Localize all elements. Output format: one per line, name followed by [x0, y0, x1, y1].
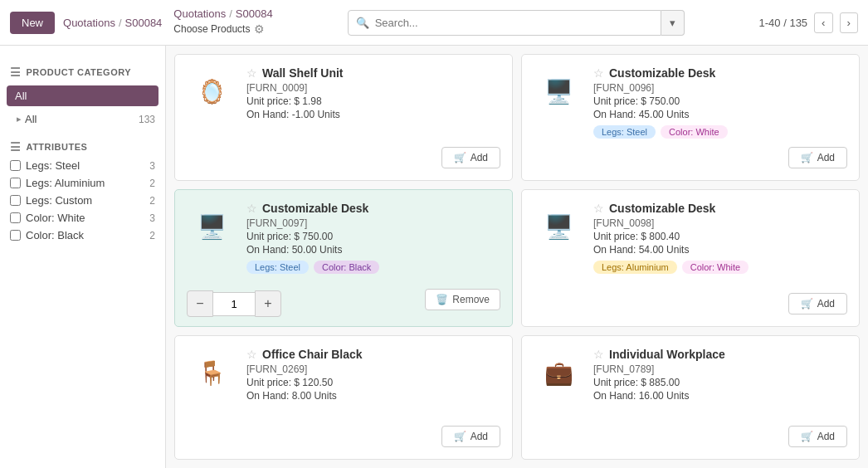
sidebar-item-all[interactable]: ▸ All 133: [0, 110, 165, 129]
add-button[interactable]: 🛒 Add: [441, 147, 500, 168]
star-icon[interactable]: ☆: [593, 202, 604, 215]
breadcrumb-row: Quotations / S00084: [173, 7, 272, 22]
attributes-list: Legs: Steel 3 Legs: Aluminium 2 Legs: Cu…: [0, 157, 165, 244]
product-info: ☆ Wall Shelf Unit [FURN_0009] Unit price…: [246, 66, 500, 125]
sidebar: ☰ PRODUCT CATEGORY All ▸ All 133 ☰ ATTRI…: [0, 46, 166, 468]
attr-checkbox-label[interactable]: Legs: Aluminium: [10, 177, 105, 189]
star-icon[interactable]: ☆: [246, 202, 257, 215]
attr-checkbox-label[interactable]: Color: Black: [10, 229, 84, 241]
star-icon[interactable]: ☆: [593, 348, 604, 361]
product-card: 🖥️ ☆ Customizable Desk [FURN_0097] Unit …: [174, 189, 513, 327]
add-label: Add: [471, 152, 488, 163]
product-tag: Legs: Steel: [593, 125, 656, 139]
attr-count: 2: [149, 178, 155, 189]
gear-icon[interactable]: ⚙: [254, 22, 265, 37]
attr-label: Legs: Steel: [26, 159, 80, 172]
qty-plus-button[interactable]: +: [255, 290, 281, 317]
products-grid: 🪞 ☆ Wall Shelf Unit [FURN_0009] Unit pri…: [166, 46, 868, 468]
sidebar-all-count: 133: [139, 114, 155, 125]
product-price: Unit price: $ 750.00: [246, 231, 500, 242]
product-card: 🪞 ☆ Wall Shelf Unit [FURN_0009] Unit pri…: [174, 54, 513, 181]
product-card: 🖥️ ☆ Customizable Desk [FURN_0098] Unit …: [521, 189, 860, 327]
pagination-text: 1-40 / 135: [759, 17, 808, 29]
cart-icon: 🛒: [801, 298, 813, 310]
card-footer: 🛒 Add: [534, 285, 847, 314]
breadcrumb-sub: Choose Products: [173, 23, 250, 37]
attr-count: 3: [149, 160, 155, 172]
attr-checkbox[interactable]: [10, 212, 21, 223]
breadcrumb-quotations-link[interactable]: Quotations: [173, 7, 226, 22]
product-price: Unit price: $ 1.98: [246, 95, 500, 107]
product-card-inner: 🖥️ ☆ Customizable Desk [FURN_0096] Unit …: [534, 66, 847, 139]
add-button[interactable]: 🛒 Add: [441, 426, 500, 447]
remove-button[interactable]: 🗑️ Remove: [425, 289, 500, 310]
search-container: 🔍 ▾: [348, 10, 685, 36]
add-button[interactable]: 🛒 Add: [788, 147, 847, 168]
breadcrumb-order-link[interactable]: S00084: [236, 7, 273, 22]
product-onhand: On Hand: 54.00 Units: [593, 244, 847, 256]
attr-checkbox-label[interactable]: Color: White: [10, 212, 85, 224]
qty-input[interactable]: [213, 292, 255, 316]
product-tag: Legs: Aluminium: [593, 261, 677, 274]
product-name-row: ☆ Office Chair Black: [246, 348, 500, 361]
product-price: Unit price: $ 120.50: [246, 377, 500, 388]
star-icon[interactable]: ☆: [246, 66, 257, 80]
breadcrumb-order[interactable]: S00084: [125, 17, 163, 29]
card-footer: 🛒 Add: [534, 417, 847, 447]
star-icon[interactable]: ☆: [593, 66, 604, 80]
product-code: [FURN_0098]: [593, 217, 847, 229]
attr-label: Legs: Aluminium: [26, 177, 105, 189]
remove-label: Remove: [452, 294, 490, 305]
attr-checkbox[interactable]: [10, 195, 21, 206]
product-info: ☆ Individual Workplace [FURN_0789] Unit …: [593, 348, 847, 407]
category-list-icon: ☰: [10, 66, 22, 79]
add-button[interactable]: 🛒 Add: [788, 426, 847, 447]
qty-minus-button[interactable]: −: [187, 290, 213, 317]
search-icon: 🔍: [356, 17, 369, 29]
product-name: Wall Shelf Unit: [262, 66, 343, 80]
product-code: [FURN_0009]: [246, 82, 500, 94]
product-image: 🖥️: [187, 202, 237, 251]
product-info: ☆ Office Chair Black [FURN_0269] Unit pr…: [246, 348, 500, 407]
product-card: 💼 ☆ Individual Workplace [FURN_0789] Uni…: [521, 335, 860, 460]
add-label: Add: [817, 298, 835, 310]
product-image: 💼: [534, 348, 583, 397]
sidebar-attr-item: Color: White 3: [0, 209, 165, 227]
product-code: [FURN_0097]: [246, 217, 500, 229]
new-button[interactable]: New: [10, 12, 55, 34]
pagination: 1-40 / 135 ‹ ›: [759, 12, 858, 33]
trash-icon: 🗑️: [436, 294, 448, 305]
qty-controls: − +: [187, 290, 281, 317]
attr-checkbox[interactable]: [10, 230, 21, 241]
attr-checkbox-label[interactable]: Legs: Custom: [10, 194, 92, 207]
header: New Quotations / S00084 Quotations / S00…: [0, 0, 868, 46]
product-tag: Legs: Steel: [246, 261, 309, 274]
next-page-button[interactable]: ›: [840, 12, 858, 33]
category-all-button[interactable]: All: [7, 85, 158, 106]
attr-checkbox-label[interactable]: Legs: Steel: [10, 159, 80, 172]
product-info: ☆ Customizable Desk [FURN_0097] Unit pri…: [246, 202, 500, 274]
breadcrumb-quotations[interactable]: Quotations: [63, 17, 115, 29]
product-image: 🖥️: [534, 202, 583, 251]
prev-page-button[interactable]: ‹: [814, 12, 832, 33]
attributes-list-icon: ☰: [10, 140, 22, 154]
product-card-inner: 💼 ☆ Individual Workplace [FURN_0789] Uni…: [534, 348, 847, 407]
selected-footer: − + 🗑️ Remove: [187, 282, 500, 317]
add-button[interactable]: 🛒 Add: [788, 293, 847, 314]
search-dropdown-button[interactable]: ▾: [661, 10, 685, 36]
product-card: 🪑 ☆ Office Chair Black [FURN_0269] Unit …: [174, 335, 513, 460]
cart-icon: 🛒: [454, 152, 466, 163]
search-input[interactable]: [348, 10, 661, 36]
star-icon[interactable]: ☆: [246, 348, 257, 361]
attr-checkbox[interactable]: [10, 178, 21, 188]
add-label: Add: [817, 152, 835, 163]
attr-count: 2: [149, 195, 155, 207]
product-onhand: On Hand: 8.00 Units: [246, 390, 500, 402]
attr-count: 3: [149, 212, 155, 224]
product-name: Customizable Desk: [609, 202, 715, 215]
product-name-row: ☆ Customizable Desk: [593, 202, 847, 215]
product-card-inner: 🪞 ☆ Wall Shelf Unit [FURN_0009] Unit pri…: [187, 66, 500, 125]
sidebar-all-label: All: [25, 113, 139, 125]
product-price: Unit price: $ 800.40: [593, 231, 847, 242]
attr-checkbox[interactable]: [10, 160, 21, 171]
